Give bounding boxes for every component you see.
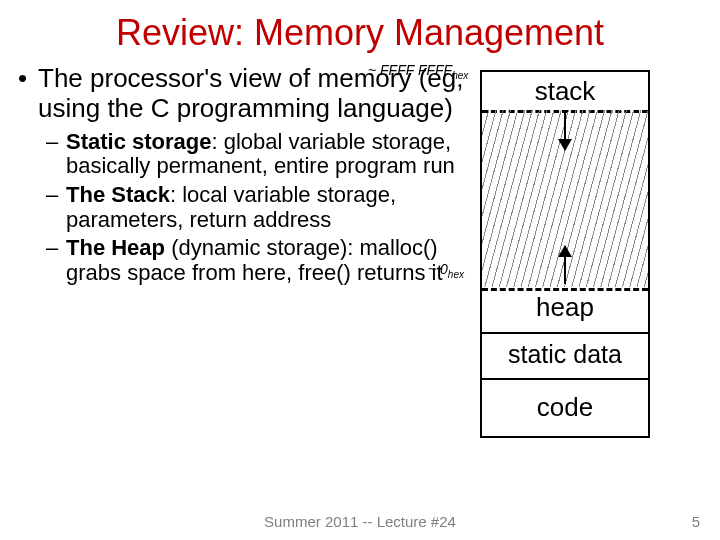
slide-title: Review: Memory Management xyxy=(0,0,720,54)
sub2-label: The Stack xyxy=(66,182,170,207)
text-column: The processor's view of memory (eg, usin… xyxy=(18,64,468,290)
addr-bot-val: ~ 0 xyxy=(428,261,448,277)
arrow-down-icon xyxy=(564,112,566,150)
memory-diagram: ~ FFFF FFFFhex stack heap static data co… xyxy=(468,64,702,290)
solid-line-1 xyxy=(482,332,648,334)
sub1-label: Static storage xyxy=(66,129,212,154)
dash-line-bottom xyxy=(482,288,648,291)
static-section: static data xyxy=(482,340,648,369)
code-section: code xyxy=(482,392,648,423)
addr-top-val: ~ FFFF FFFF xyxy=(368,62,452,78)
address-high: ~ FFFF FFFFhex xyxy=(368,62,468,81)
addr-top-sub: hex xyxy=(452,70,468,81)
stack-section: stack xyxy=(482,76,648,107)
slide-number: 5 xyxy=(692,513,700,530)
solid-line-2 xyxy=(482,378,648,380)
memory-box: stack heap static data code xyxy=(480,70,650,438)
heap-section: heap xyxy=(482,292,648,323)
slide-body: The processor's view of memory (eg, usin… xyxy=(0,54,720,290)
sub-bullet-stack: The Stack: local variable storage, param… xyxy=(18,183,468,232)
address-low: ~ 0hex xyxy=(428,261,464,280)
footer-center: Summer 2011 -- Lecture #24 xyxy=(0,513,720,530)
arrow-up-icon xyxy=(564,246,566,284)
sub-bullet-heap: The Heap (dynamic storage): malloc() gra… xyxy=(18,236,468,285)
sub3-paren: (dynamic storage): xyxy=(165,235,359,260)
addr-bot-sub: hex xyxy=(448,269,464,280)
sub3-label: The Heap xyxy=(66,235,165,260)
sub-bullet-static: Static storage: global variable storage,… xyxy=(18,130,468,179)
